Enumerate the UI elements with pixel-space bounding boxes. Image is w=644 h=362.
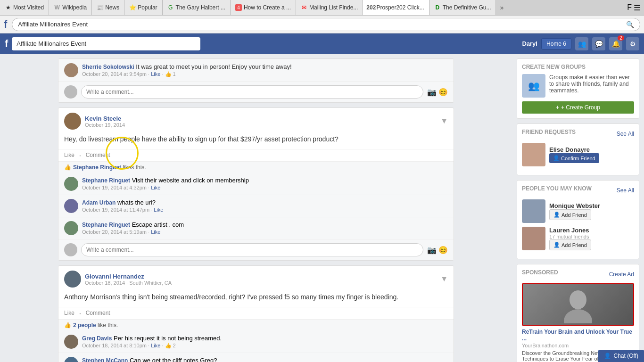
create-ad-link[interactable]: Create Ad	[609, 271, 634, 278]
write-comment-avatar	[64, 85, 77, 99]
notifications-icon[interactable]: 🔔 2	[609, 37, 622, 50]
comment-like-link[interactable]: Like	[151, 71, 160, 77]
action-separator: ·	[79, 310, 81, 317]
comment-author: Stephen McCann	[82, 357, 128, 362]
like-link[interactable]: Like	[154, 207, 163, 213]
group-text: Groups make it easier than ever to share…	[549, 74, 634, 94]
friend-name: Elise Donayre	[549, 146, 599, 153]
comment-item: Adam Urban whats the url? October 19, 20…	[58, 195, 454, 217]
like-link[interactable]: Like	[151, 343, 160, 348]
nav-username: Daryl	[522, 40, 537, 47]
tab-most-visited[interactable]: ★ Most Visited	[0, 0, 49, 16]
see-all-people-link[interactable]: See All	[617, 187, 634, 194]
write-comment-avatar	[64, 243, 77, 256]
post-author: Kevin Steele	[85, 115, 437, 122]
camera-icon[interactable]: 📷	[427, 246, 437, 255]
post-author: Giovanni Hernandez	[85, 273, 437, 280]
menu-icon[interactable]: ☰	[634, 3, 640, 12]
post-options-button[interactable]: ▼	[440, 117, 448, 125]
liker-name: Stephane Ringuet	[73, 164, 121, 171]
see-all-friends-link[interactable]: See All	[617, 131, 634, 137]
friend-requests-title: FRIEND REQUESTS	[522, 129, 576, 135]
svg-point-1	[564, 309, 592, 323]
avatar	[64, 177, 78, 191]
tab-how-to-create[interactable]: 4 How to Create a ...	[231, 0, 296, 16]
create-group-info: 👥 Groups make it easier than ever to sha…	[522, 74, 634, 98]
chat-icon: 👤	[604, 353, 611, 359]
browser-tabs: ★ Most Visited W Wikipedia 📰 News ⭐ Popu…	[0, 0, 644, 16]
tab-wikipedia[interactable]: W Wikipedia	[49, 0, 92, 16]
chat-bar[interactable]: 👤 Chat (Off)	[598, 350, 644, 362]
home-button[interactable]: Home 6	[541, 38, 571, 49]
write-comment-input[interactable]	[81, 85, 423, 99]
tab-popular[interactable]: ⭐ Popular	[124, 0, 162, 16]
messages-icon[interactable]: 💬	[592, 37, 605, 50]
fb-search-input[interactable]	[12, 37, 200, 50]
tab-prosper202[interactable]: 202 Prosper202 Click...	[363, 0, 429, 16]
ad-image[interactable]	[522, 283, 634, 326]
comment-meta: October 18, 2014 at 8:10pm · Like · 👍 2	[82, 343, 448, 349]
write-comment-area: 📷 😊	[58, 239, 454, 260]
feed-inner: Sherrie Sokolowski It was great to meet …	[58, 54, 454, 362]
comment-body: Sherrie Sokolowski It was great to meet …	[82, 63, 448, 77]
likes-text: Stephane Ringuet likes this.	[73, 164, 146, 171]
extensions-icon[interactable]: F	[627, 3, 632, 12]
person-info: Lauren Jones 17 mutual friends 👤 Add Fri…	[549, 227, 591, 250]
tab-mailing-list[interactable]: ✉ Mailing List Finde...	[296, 0, 363, 16]
comment-link[interactable]: Comment	[86, 310, 110, 317]
add-friend-button[interactable]: 👤 Add Friend	[549, 209, 591, 220]
post-options-button[interactable]: ▼	[440, 275, 448, 283]
person-icon: 👤	[553, 155, 560, 161]
comment-thread: 👍 Stephane Ringuet likes this. Stephane …	[58, 161, 454, 260]
address-bar[interactable]: Affiliate Millionaires Event 🔍	[12, 18, 640, 31]
comment-link[interactable]: Comment	[86, 152, 110, 159]
friend-info: Elise Donayre 👤 Confirm Friend	[549, 146, 599, 163]
post-text: Hey, do livestream people have the abili…	[64, 135, 339, 143]
write-comment-icons: 📷 😊	[427, 88, 448, 97]
add-friend-button[interactable]: 👤 Add Friend	[549, 239, 591, 250]
group-icon: 👥	[522, 74, 545, 98]
comment-thread: 👍 2 people like this. Greg Davis Pe	[58, 319, 454, 362]
tab-definitive-gu[interactable]: D The Definitive Gu...	[429, 0, 496, 16]
emoji-icon[interactable]: 😊	[438, 246, 448, 255]
avatar	[64, 271, 81, 288]
create-group-button[interactable]: + + Create Group	[522, 101, 634, 114]
ad-domain: YourBrainathon.com	[522, 343, 634, 348]
like-link[interactable]: Like	[64, 152, 74, 159]
person-icon: 👤	[553, 242, 560, 248]
person-name: Monique Webster	[549, 202, 600, 209]
comment-body: Adam Urban whats the url? October 19, 20…	[82, 199, 448, 213]
comment-text-content: whats the url?	[117, 199, 156, 206]
post-kevin-steele: Kevin Steele October 19, 2014 ▼ Hey, do …	[58, 107, 454, 261]
likes-count: 2 people	[73, 322, 96, 329]
tab-news[interactable]: 📰 News	[92, 0, 124, 16]
comment-item: Sherrie Sokolowski It was great to meet …	[58, 59, 454, 82]
comment-body: Greg Davis Per his request it is not bei…	[82, 335, 448, 349]
friends-icon[interactable]: 👥	[575, 37, 588, 50]
right-sidebar: CREATE NEW GROUPS 👥 Groups make it easie…	[512, 54, 644, 362]
avatar	[64, 199, 78, 213]
thumb-icon: 👍	[64, 164, 71, 171]
like-link[interactable]: Like	[64, 310, 74, 317]
person-icon: 👤	[553, 212, 560, 218]
more-tabs-button[interactable]: »	[496, 4, 507, 11]
people-item: Lauren Jones 17 mutual friends 👤 Add Fri…	[522, 227, 634, 250]
ad-title[interactable]: ReTrain Your Brain and Unlock Your True …	[522, 329, 634, 342]
write-comment-input[interactable]	[81, 243, 423, 256]
thumb-icon: 👍	[64, 322, 71, 329]
comment-body: Stephane Ringuet Escape artist . com Oct…	[82, 221, 448, 235]
friend-avatar	[522, 199, 545, 223]
emoji-icon[interactable]: 😊	[438, 88, 448, 97]
people-title: PEOPLE YOU MAY KNOW	[522, 185, 592, 192]
camera-icon[interactable]: 📷	[427, 88, 437, 97]
feed-area[interactable]: Sherrie Sokolowski It was great to meet …	[0, 54, 512, 362]
avatar	[64, 335, 78, 349]
like-link[interactable]: Like	[151, 185, 160, 190]
facebook-logo: f	[4, 18, 7, 31]
friend-request-item: Elise Donayre 👤 Confirm Friend	[522, 143, 634, 166]
confirm-friend-button[interactable]: 👤 Confirm Friend	[549, 153, 599, 163]
tab-gary-halbert[interactable]: G The Gary Halbert ...	[163, 0, 231, 16]
settings-icon[interactable]: ⚙	[626, 37, 639, 50]
like-link[interactable]: Like	[151, 229, 160, 235]
facebook-navbar: f Daryl Home 6 👥 💬 🔔 2 ⚙	[0, 33, 644, 54]
